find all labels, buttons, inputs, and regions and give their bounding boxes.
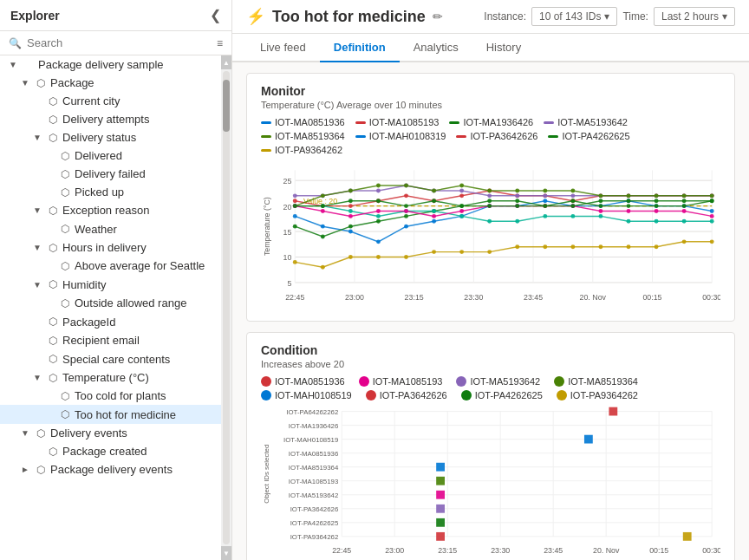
monitor-chart-container: 51015202522:4523:0023:1523:3023:4520. No… xyxy=(261,160,720,310)
tree-item-exception-reason[interactable]: ▼ ⬡ Exception reason xyxy=(0,201,221,219)
chevron-down-icon: ▾ xyxy=(604,10,609,23)
expand-icon[interactable]: ▼ xyxy=(31,280,43,290)
svg-text:IOT-MA5193642: IOT-MA5193642 xyxy=(289,492,339,499)
node-icon: ⬡ xyxy=(34,77,48,89)
svg-point-159 xyxy=(348,255,353,259)
tree-item-delivery-status[interactable]: ▼ ⬡ Delivery status xyxy=(0,128,221,147)
expand-icon[interactable]: ▼ xyxy=(31,373,43,382)
svg-text:25: 25 xyxy=(283,177,292,186)
expand-icon[interactable]: ▼ xyxy=(7,60,19,69)
tab-live-feed[interactable]: Live feed xyxy=(246,34,320,62)
tree-item-delivered[interactable]: ⬡ Delivered xyxy=(0,147,221,165)
scroll-thumb[interactable] xyxy=(223,80,230,132)
tree-scrollbar: ▲ ▼ xyxy=(221,55,231,560)
svg-point-172 xyxy=(710,239,714,244)
tree-item-too-hot-medicine[interactable]: ⬡ Too hot for medicine … xyxy=(0,405,221,424)
tree-item-above-average-seattle[interactable]: ⬡ Above average for Seattle xyxy=(0,257,221,275)
tree-item-too-cold-plants[interactable]: ⬡ Too cold for plants xyxy=(0,387,221,405)
node-label: Delivery attempts xyxy=(62,113,214,126)
tree-item-current-city[interactable]: ⬡ Current city xyxy=(0,92,221,110)
tree-item-delivery-events[interactable]: ▼ ⬡ Delivery events xyxy=(0,424,221,442)
svg-point-153 xyxy=(627,199,631,203)
svg-point-162 xyxy=(432,250,436,254)
main-title-area: ⚡ Too hot for medicine ✏ xyxy=(246,7,475,26)
svg-point-146 xyxy=(432,199,436,203)
svg-point-87 xyxy=(570,193,575,198)
svg-point-64 xyxy=(376,219,381,224)
tree-item-pkg-delivery-events[interactable]: ► ⬡ Package delivery events xyxy=(0,460,221,479)
filter-icon[interactable]: ≡ xyxy=(217,37,223,49)
tree-item-delivery-attempts[interactable]: ⬡ Delivery attempts xyxy=(0,110,221,128)
node-label: Recipient email xyxy=(62,334,214,347)
svg-point-168 xyxy=(598,244,602,249)
svg-point-71 xyxy=(570,199,575,203)
node-label: Hours in delivery xyxy=(62,241,214,254)
tab-history[interactable]: History xyxy=(472,34,535,62)
time-dropdown[interactable]: Last 2 hours ▾ xyxy=(654,7,735,26)
svg-point-101 xyxy=(515,188,519,192)
tree-item-delivery-failed[interactable]: ⬡ Delivery failed xyxy=(0,165,221,183)
svg-point-163 xyxy=(459,250,464,254)
svg-text:IOT-MA1085193: IOT-MA1085193 xyxy=(289,478,339,485)
expand-icon[interactable]: ▼ xyxy=(31,133,43,142)
tree-item-temperature[interactable]: ▼ ⬡ Temperature (°C) xyxy=(0,368,221,387)
node-label: Delivery failed xyxy=(75,167,214,180)
scroll-down-arrow[interactable]: ▼ xyxy=(221,546,231,560)
tree-item-hours-in-delivery[interactable]: ▼ ⬡ Hours in delivery xyxy=(0,238,221,257)
condition-subtitle: Increases above 20 xyxy=(261,359,720,369)
tab-definition[interactable]: Definition xyxy=(320,34,400,62)
condition-legend-item: IOT-MA0851936 xyxy=(261,376,345,387)
svg-point-75 xyxy=(682,204,687,208)
main-header: ⚡ Too hot for medicine ✏ Instance: 10 of… xyxy=(232,0,749,34)
tree-item-outside-allowed-range[interactable]: ⬡ Outside allowed range xyxy=(0,294,221,312)
svg-text:23:15: 23:15 xyxy=(438,546,457,555)
instance-dropdown[interactable]: 10 of 143 IDs ▾ xyxy=(531,7,617,26)
svg-point-157 xyxy=(293,260,297,264)
tab-analytics[interactable]: Analytics xyxy=(400,34,472,62)
monitor-title: Monitor xyxy=(261,84,720,98)
expand-icon[interactable]: ▼ xyxy=(31,243,43,252)
node-label: PackageId xyxy=(62,316,197,329)
svg-point-29 xyxy=(293,214,297,218)
svg-point-61 xyxy=(293,225,297,229)
svg-point-80 xyxy=(376,188,381,192)
sidebar-collapse-button[interactable]: ❮ xyxy=(210,7,221,23)
svg-point-96 xyxy=(376,184,381,188)
svg-text:23:45: 23:45 xyxy=(544,546,563,555)
edit-icon[interactable]: ✏ xyxy=(433,10,443,23)
node-icon: ⬡ xyxy=(46,242,60,254)
expand-icon[interactable]: ▼ xyxy=(31,205,43,215)
tree-item-picked-up[interactable]: ⬡ Picked up xyxy=(0,183,221,201)
svg-point-32 xyxy=(376,239,381,244)
tree-item-packageid[interactable]: ⬡ PackageId … xyxy=(0,312,221,331)
legend-item-PA9364262: IOT-PA9364262 xyxy=(261,145,342,155)
tree-item-pkg-delivery-sample[interactable]: ▼ Package delivery sample xyxy=(0,55,221,74)
tree-item-package-created[interactable]: ⬡ Package created xyxy=(0,442,221,460)
svg-point-150 xyxy=(543,204,547,208)
tree-item-package[interactable]: ▼ ⬡ Package xyxy=(0,74,221,92)
svg-point-118 xyxy=(543,214,547,218)
legend-item-PA3642626: IOT-PA3642626 xyxy=(456,131,537,141)
svg-point-161 xyxy=(404,255,408,259)
tree-item-weather[interactable]: ⬡ Weather … xyxy=(0,219,221,238)
tree-item-recipient-email[interactable]: ⬡ Recipient email xyxy=(0,331,221,349)
chevron-down-icon-time: ▾ xyxy=(722,10,727,23)
expand-icon[interactable]: ▼ xyxy=(19,78,31,88)
node-icon: ⬡ xyxy=(34,427,48,440)
expand-icon[interactable]: ► xyxy=(19,465,31,474)
tree-item-special-care-contents[interactable]: ⬡ Special care contents … xyxy=(0,349,221,368)
svg-point-167 xyxy=(570,244,575,249)
svg-point-49 xyxy=(404,193,408,198)
node-icon: ⬡ xyxy=(46,316,60,328)
svg-point-86 xyxy=(543,193,547,198)
svg-text:15: 15 xyxy=(283,228,292,237)
search-input[interactable] xyxy=(27,36,212,49)
monitor-card: Monitor Temperature (°C) Average over 10… xyxy=(246,73,735,322)
svg-text:IOT-MA0851936: IOT-MA0851936 xyxy=(289,450,339,458)
tree-item-humidity[interactable]: ▼ ⬡ Humidity … xyxy=(0,275,221,294)
svg-point-68 xyxy=(487,199,492,203)
expand-icon[interactable]: ▼ xyxy=(19,428,31,438)
scroll-track xyxy=(223,71,230,544)
svg-point-38 xyxy=(543,199,547,203)
scroll-up-arrow[interactable]: ▲ xyxy=(221,55,231,69)
